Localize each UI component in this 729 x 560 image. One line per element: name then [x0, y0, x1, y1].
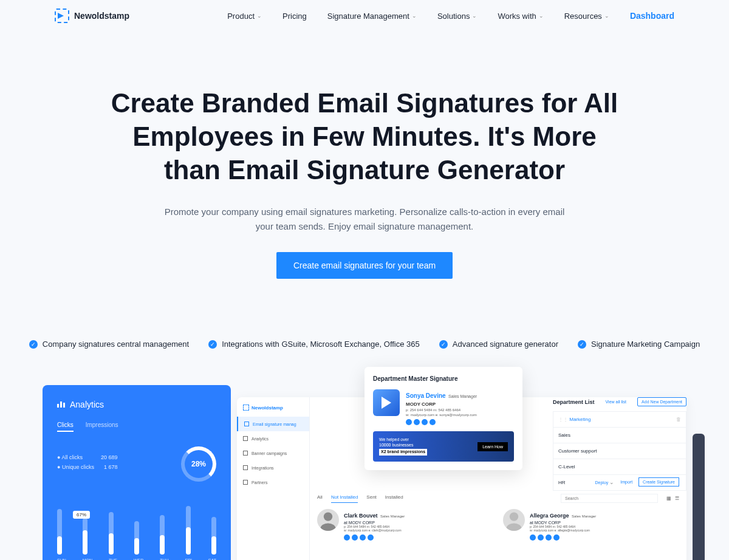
- employee-list: Clark Bouvet Sales Manager at MODY CORP …: [317, 509, 679, 541]
- flag-icon: [243, 451, 248, 456]
- feature-item: ✓Company signatures central management: [29, 340, 189, 349]
- mail-icon: [244, 422, 249, 426]
- twitter-icon[interactable]: [414, 419, 420, 425]
- nav-solutions[interactable]: Solutions⌄: [437, 12, 477, 21]
- dept-item-hr[interactable]: HR: [553, 474, 686, 491]
- trash-icon[interactable]: 🗑: [676, 417, 681, 422]
- promo-banner: We helped over 10000 businesses X2 brand…: [373, 431, 514, 462]
- dashboard-link[interactable]: Dashboard: [630, 11, 674, 21]
- svg-point-3: [506, 523, 521, 531]
- facebook-icon[interactable]: [406, 419, 412, 425]
- nav-works-with[interactable]: Works with⌄: [498, 12, 543, 21]
- feature-item: ✓Integrations with GSuite, Microsoft Exc…: [208, 340, 420, 349]
- nav-resources[interactable]: Resources⌄: [564, 12, 609, 21]
- svg-point-0: [324, 512, 332, 521]
- chevron-down-icon: ⌄: [257, 13, 262, 19]
- twitter-icon: [538, 534, 544, 541]
- sidebar-item-analytics[interactable]: Analytics: [237, 431, 309, 446]
- check-icon: ✓: [208, 340, 217, 349]
- hero: Create Branded Email Signatures for All …: [91, 32, 638, 303]
- nav-signature-management[interactable]: Signature Management⌄: [327, 12, 417, 21]
- chevron-down-icon: ⌄: [412, 13, 417, 19]
- drag-icon: ⋮⋮: [558, 417, 568, 422]
- analytics-header: Analytics: [57, 400, 216, 409]
- instagram-icon: [368, 534, 374, 541]
- instagram-icon[interactable]: [430, 419, 436, 425]
- dept-card-title: Department Master Signature: [373, 375, 514, 382]
- filter-installed[interactable]: Installed: [385, 494, 403, 502]
- svg-point-2: [510, 512, 518, 521]
- linkedin-icon: [546, 534, 552, 541]
- app-sidebar: Newoldstamp Email signature manag Analyt…: [237, 397, 310, 560]
- chevron-down-icon: ⌄: [604, 13, 609, 19]
- dept-item-sales[interactable]: Sales: [553, 427, 686, 443]
- filter-sent[interactable]: Sent: [366, 494, 376, 502]
- avatar: [503, 509, 525, 531]
- signature-logo-icon: [373, 389, 400, 416]
- dept-item-clevel[interactable]: C-Level: [553, 459, 686, 475]
- department-list: Department List View all list Add New De…: [553, 397, 686, 490]
- dept-item-marketing[interactable]: ⋮⋮ Marketing🗑: [553, 411, 686, 428]
- analytics-panel: Analytics Clicks Impressions ● All click…: [43, 385, 231, 560]
- nav-product[interactable]: Product⌄: [227, 12, 262, 21]
- cta-button[interactable]: Create email signatures for your team: [276, 252, 453, 279]
- dept-master-card: Department Master Signature Sonya Devine…: [364, 367, 522, 470]
- chart-icon: [243, 436, 248, 441]
- search-input[interactable]: [561, 494, 658, 503]
- feature-item: ✓Advanced signature generator: [439, 340, 558, 349]
- sig-person-name: Sonya Devine: [406, 392, 446, 399]
- list-view-icon[interactable]: ☰: [675, 496, 679, 501]
- chevron-down-icon: ⌄: [472, 13, 477, 19]
- avatar: [317, 509, 339, 531]
- analytics-tabs: Clicks Impressions: [57, 422, 216, 432]
- top-nav: Newoldstamp Product⌄ Pricing Signature M…: [0, 0, 729, 32]
- mini-logo[interactable]: Newoldstamp: [237, 405, 309, 417]
- donut-chart: 28%: [181, 446, 216, 482]
- nav-pricing[interactable]: Pricing: [282, 12, 307, 21]
- filter-not-installed[interactable]: Not Installed: [331, 494, 358, 503]
- svg-point-1: [320, 523, 335, 531]
- employee-card[interactable]: Allegra George Sales Manager at MODY COR…: [503, 509, 679, 541]
- sidebar-item-integrations[interactable]: Integrations: [237, 460, 309, 475]
- facebook-icon: [344, 534, 350, 541]
- twitter-icon: [352, 534, 358, 541]
- nav-links: Product⌄ Pricing Signature Management⌄ S…: [227, 11, 674, 21]
- bar-chart: [57, 494, 216, 555]
- tab-clicks[interactable]: Clicks: [57, 422, 74, 432]
- feature-list: ✓Company signatures central management ✓…: [0, 303, 729, 367]
- hero-subtitle: Promote your company using email signatu…: [158, 205, 571, 234]
- filter-all[interactable]: All: [317, 494, 323, 502]
- learn-how-button[interactable]: Learn How: [477, 442, 508, 451]
- employee-card[interactable]: Clark Bouvet Sales Manager at MODY CORP …: [317, 509, 493, 541]
- linkedin-icon: [360, 534, 366, 541]
- filter-row: All Not Installed Sent Installed ▦ ☰: [317, 491, 679, 503]
- logo-icon: [55, 9, 69, 23]
- logo[interactable]: Newoldstamp: [55, 9, 129, 23]
- mockup-area: Analytics Clicks Impressions ● All click…: [43, 385, 686, 560]
- app-panel: Newoldstamp Email signature manag Analyt…: [237, 397, 686, 560]
- check-icon: ✓: [439, 340, 448, 349]
- users-icon: [243, 480, 248, 485]
- plug-icon: [243, 465, 248, 470]
- chart-icon: [57, 401, 65, 408]
- feature-item: ✓Signature Marketing Campaign: [578, 340, 700, 349]
- add-department-button[interactable]: Add New Department: [637, 397, 686, 406]
- check-icon: ✓: [29, 340, 38, 349]
- sidebar-item-banners[interactable]: Banner campaigns: [237, 446, 309, 460]
- instagram-icon: [553, 534, 560, 541]
- view-all-link[interactable]: View all list: [606, 400, 627, 404]
- dept-item-support[interactable]: Customer support: [553, 443, 686, 459]
- facebook-icon: [530, 534, 536, 541]
- decorative-panel: [693, 434, 705, 560]
- linkedin-icon[interactable]: [422, 419, 428, 425]
- sidebar-item-partners[interactable]: Partners: [237, 475, 309, 490]
- chevron-down-icon: ⌄: [539, 13, 544, 19]
- sidebar-item-signatures[interactable]: Email signature manag: [237, 417, 309, 431]
- tab-impressions[interactable]: Impressions: [86, 422, 118, 432]
- grid-view-icon[interactable]: ▦: [666, 496, 671, 501]
- check-icon: ✓: [578, 340, 586, 349]
- hero-title: Create Branded Email Signatures for All …: [103, 86, 626, 186]
- brand-name: Newoldstamp: [74, 11, 129, 21]
